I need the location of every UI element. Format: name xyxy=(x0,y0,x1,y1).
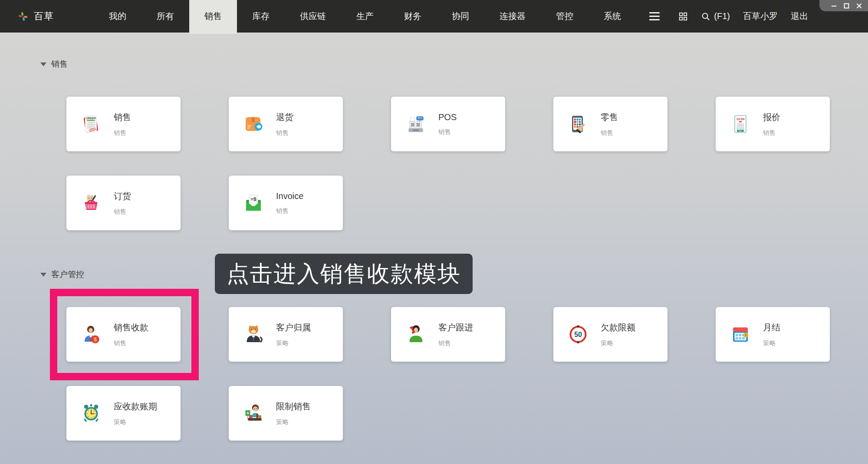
module-card-客户跟进[interactable]: 客户跟进销售 xyxy=(391,307,505,362)
brand-name: 百草 xyxy=(34,10,54,23)
return-box-icon xyxy=(243,114,264,134)
module-card-欠款限额[interactable]: 50欠款限额策略 xyxy=(553,307,667,362)
card-text: 客户归属策略 xyxy=(276,322,311,347)
section-title: 销售 xyxy=(51,59,68,70)
window-controls xyxy=(819,0,868,11)
card-title: Invoice xyxy=(276,191,303,201)
price-quote-icon: 19.99BUY xyxy=(730,114,751,134)
alarm-clock-icon xyxy=(81,403,102,424)
module-card-客户归属[interactable]: 客户归属策略 xyxy=(229,307,343,362)
module-card-订货[interactable]: 订货销售 xyxy=(66,176,181,230)
card-text: 限制销售策略 xyxy=(276,401,311,426)
svg-text:=$: =$ xyxy=(250,196,256,202)
section-header-toggle[interactable]: 客户管控 xyxy=(40,268,868,281)
module-card-销售[interactable]: ORDER销售销售 xyxy=(66,97,181,151)
card-title: 限制销售 xyxy=(276,401,311,412)
card-title: 订货 xyxy=(114,190,131,202)
nav-tab-库存[interactable]: 库存 xyxy=(237,0,285,33)
card-subtitle: 策略 xyxy=(763,339,780,347)
section-header-toggle[interactable]: 销售 xyxy=(40,58,868,71)
module-launcher: 销售ORDER销售销售退货销售POS销售零售销售19.99BUY报价销售订货销售… xyxy=(0,33,868,441)
search-hotkey-label: (F1) xyxy=(714,11,730,21)
nav-tab-所有[interactable]: 所有 xyxy=(141,0,189,33)
pinwheel-logo-icon xyxy=(17,11,29,22)
invoice-envelope-icon: =$ xyxy=(243,193,264,213)
module-card-月结[interactable]: $月结策略 xyxy=(716,307,830,362)
nav-tab-销售[interactable]: 销售 xyxy=(189,0,237,33)
module-card-退货[interactable]: 退货销售 xyxy=(229,97,343,151)
app-grid-icon[interactable] xyxy=(678,12,688,21)
card-title: 退货 xyxy=(276,111,293,123)
card-subtitle: 销售 xyxy=(276,129,293,137)
module-card-销售收款[interactable]: $销售收款销售 xyxy=(66,307,181,362)
minimize-icon[interactable] xyxy=(831,3,837,9)
calendar-icon: $ xyxy=(730,324,751,345)
order-basket-icon xyxy=(81,193,102,213)
nav-tab-我的[interactable]: 我的 xyxy=(94,0,141,33)
svg-text:$: $ xyxy=(94,336,97,343)
nav-tab-管控[interactable]: 管控 xyxy=(541,0,589,33)
card-subtitle: 销售 xyxy=(601,129,618,137)
close-icon[interactable] xyxy=(856,3,862,9)
card-subtitle: 销售 xyxy=(276,207,303,215)
order-document-icon: ORDER xyxy=(81,114,102,134)
module-section: 客户管控$销售收款销售客户归属策略客户跟进销售50欠款限额策略$月结策略应收款账… xyxy=(0,268,868,441)
card-subtitle: 销售 xyxy=(114,339,148,347)
logout-button[interactable]: 退出 xyxy=(791,10,808,22)
card-text: 报价销售 xyxy=(763,111,780,137)
card-title: 销售 xyxy=(114,111,131,123)
nav-tab-财务[interactable]: 财务 xyxy=(389,0,437,33)
card-title: 零售 xyxy=(601,111,618,123)
cat-suit-icon xyxy=(243,324,264,345)
vendor-stand-icon: $ xyxy=(243,403,264,424)
svg-text:ORDER: ORDER xyxy=(86,117,96,120)
card-title: POS xyxy=(438,112,457,122)
phone-person-icon xyxy=(405,324,426,345)
card-text: 退货销售 xyxy=(276,111,293,137)
card-title: 客户归属 xyxy=(276,322,311,333)
card-subtitle: 策略 xyxy=(276,418,311,426)
card-title: 报价 xyxy=(763,111,780,123)
module-card-报价[interactable]: 19.99BUY报价销售 xyxy=(716,97,830,151)
card-subtitle: 策略 xyxy=(276,339,311,347)
salesman-dollar-icon: $ xyxy=(81,324,102,345)
card-subtitle: 销售 xyxy=(114,129,131,137)
svg-text:19.99: 19.99 xyxy=(736,117,744,121)
username-menu[interactable]: 百草小罗 xyxy=(743,10,778,22)
module-card-grid: ORDER销售销售退货销售POS销售零售销售19.99BUY报价销售订货销售=$… xyxy=(66,97,868,230)
module-card-grid: $销售收款销售客户归属策略客户跟进销售50欠款限额策略$月结策略应收款账期策略$… xyxy=(66,307,868,441)
card-text: POS销售 xyxy=(438,112,457,136)
module-card-POS[interactable]: POS销售 xyxy=(391,97,505,151)
card-text: Invoice销售 xyxy=(276,191,303,215)
triangle-down-icon xyxy=(40,62,46,66)
card-title: 欠款限额 xyxy=(601,322,635,333)
card-title: 应收款账期 xyxy=(114,401,157,412)
nav-tab-生产[interactable]: 生产 xyxy=(341,0,389,33)
hamburger-icon[interactable] xyxy=(636,0,673,33)
module-card-Invoice[interactable]: =$Invoice销售 xyxy=(229,176,343,230)
triangle-down-icon xyxy=(40,273,46,277)
nav-tab-协同[interactable]: 协同 xyxy=(437,0,484,33)
search-button[interactable]: (F1) xyxy=(701,11,730,21)
card-title: 客户跟进 xyxy=(438,322,473,333)
card-text: 应收款账期策略 xyxy=(114,401,157,426)
brand: 百草 xyxy=(0,0,54,33)
card-subtitle: 销售 xyxy=(114,208,131,216)
module-card-限制销售[interactable]: $限制销售策略 xyxy=(229,386,343,441)
tablet-shop-icon xyxy=(568,114,589,134)
nav-tab-供应链[interactable]: 供应链 xyxy=(285,0,341,33)
maximize-icon[interactable] xyxy=(844,3,849,9)
nav-tab-系统[interactable]: 系统 xyxy=(589,0,636,33)
module-card-零售[interactable]: 零售销售 xyxy=(553,97,667,151)
card-title: 销售收款 xyxy=(114,322,148,333)
svg-text:BUY: BUY xyxy=(739,130,743,132)
search-icon xyxy=(701,12,710,21)
svg-text:50: 50 xyxy=(574,331,582,338)
nav-tab-连接器[interactable]: 连接器 xyxy=(484,0,541,33)
card-text: 客户跟进销售 xyxy=(438,322,473,347)
module-card-应收款账期[interactable]: 应收款账期策略 xyxy=(66,386,181,441)
cash-register-icon xyxy=(405,114,426,134)
card-subtitle: 策略 xyxy=(601,339,635,347)
svg-text:$: $ xyxy=(745,333,747,337)
limit-50-icon: 50 xyxy=(568,324,589,345)
